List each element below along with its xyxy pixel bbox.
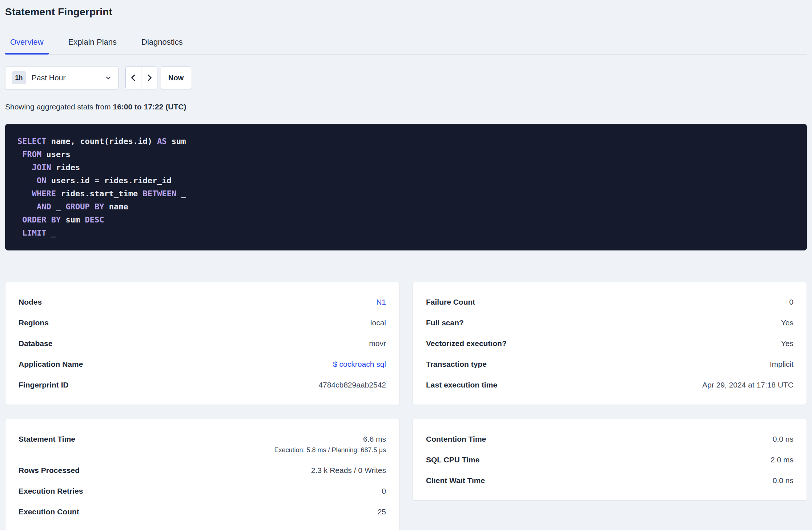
info-row: Vectorized execution?Yes [426,333,793,354]
sql-text [17,163,32,172]
row-label: Application Name [19,359,83,369]
tab-explain-plans[interactable]: Explain Plans [63,37,122,54]
row-value-link[interactable]: N1 [376,298,386,306]
sql-keyword: AS [157,137,167,146]
tab-overview[interactable]: Overview [5,37,49,54]
sql-text: sum [167,137,186,146]
row-value-group: 4784cb829aab2542 [318,380,386,390]
sql-text: rides.start_time [56,189,142,198]
row-value-group: 0.0 ns [773,475,793,485]
row-value-link[interactable]: $ cockroach sql [333,360,386,368]
row-value: 4784cb829aab2542 [318,381,386,389]
info-row: Execution Count25 [19,501,386,522]
row-value: 0 [789,298,793,306]
sql-text: users [41,150,70,159]
row-label: SQL CPU Time [426,455,479,465]
sql-keyword: SELECT [17,137,46,146]
row-value: 6.6 ms [363,435,386,443]
active-tab-underline [5,53,49,55]
sql-text [17,202,37,211]
tab-diagnostics-label: Diagnostics [141,37,183,47]
sql-line: ON users.id = rides.rider_id [17,174,795,187]
row-value-group: Implicit [770,359,793,369]
tab-overview-label: Overview [10,37,44,47]
row-value: 25 [378,507,386,516]
row-subvalue: Execution: 5.8 ms / Planning: 687.5 µs [274,446,386,454]
sql-keyword: FROM [22,150,41,159]
row-label: Rows Processed [19,465,80,475]
wait-times-card: Contention Time0.0 nsSQL CPU Time2.0 msC… [413,419,807,501]
info-row: Fingerprint ID4784cb829aab2542 [19,374,386,395]
sql-line: FROM users [17,148,795,161]
now-button[interactable]: Now [161,66,191,89]
sql-text: _ [51,202,66,211]
info-row: Execution Retries0 [19,481,386,501]
row-label: Regions [19,318,49,328]
info-row: Last execution timeApr 29, 2024 at 17:18… [426,374,793,395]
row-value-group: 0 [789,297,793,307]
sql-line: JOIN rides [17,161,795,174]
sql-text: users.id = rides.rider_id [46,176,171,185]
row-label: Execution Retries [19,486,83,496]
row-value-group: $ cockroach sql [333,359,386,369]
info-row: Application Name$ cockroach sql [19,354,386,374]
statement-times-card: Statement Time6.6 msExecution: 5.8 ms / … [5,419,399,530]
sql-statement-box: SELECT name, count(rides.id) AS sum FROM… [5,124,807,250]
info-row: Full scan?Yes [426,312,793,333]
info-row: Transaction typeImplicit [426,354,793,374]
row-value-group: local [370,318,386,328]
row-value-group: N1 [376,297,386,307]
aggregated-stats-range: 16:00 to 17:22 (UTC) [113,103,186,111]
chevron-down-icon [105,75,112,81]
aggregated-stats-prefix: Showing aggregated stats from [5,103,113,111]
summary-cards-row: NodesN1RegionslocalDatabasemovrApplicati… [5,282,807,405]
sql-text [17,215,22,224]
sql-keyword: LIMIT [22,228,46,237]
previous-range-button[interactable] [126,67,141,89]
sql-text: name, count(rides.id) [46,137,157,146]
row-value-group: 2.0 ms [771,455,793,465]
tab-bar: Overview Explain Plans Diagnostics [5,37,807,55]
sql-line: SELECT name, count(rides.id) AS sum [17,135,795,148]
row-value-group: Yes [781,318,793,328]
row-label: Transaction type [426,359,487,369]
time-range-badge: 1h [12,71,26,84]
row-value: 0.0 ns [773,435,793,443]
time-range-label: Past Hour [32,73,105,82]
row-label: Vectorized execution? [426,338,507,348]
tab-diagnostics[interactable]: Diagnostics [136,37,188,54]
tab-explain-plans-label: Explain Plans [68,37,117,47]
sql-text [17,150,22,159]
row-value: local [370,318,386,327]
row-value: 2.0 ms [771,455,793,464]
row-value-group: Apr 29, 2024 at 17:18 UTC [702,380,793,390]
row-label: Execution Count [19,507,79,517]
chevron-left-icon [129,74,137,82]
sql-text: _ [176,189,186,198]
aggregated-stats-text: Showing aggregated stats from 16:00 to 1… [5,102,807,112]
sql-keyword: AND [37,202,51,211]
execution-attributes-card: Failure Count0Full scan?YesVectorized ex… [413,282,807,405]
sql-text: name [104,202,128,211]
time-toolbar: 1h Past Hour Now [5,66,807,89]
row-value: Apr 29, 2024 at 17:18 UTC [702,381,793,389]
row-value: Yes [781,339,793,348]
row-label: Client Wait Time [426,475,485,485]
sql-line: ORDER BY sum DESC [17,213,795,226]
page-title: Statement Fingerprint [5,6,807,18]
sql-line: AND _ GROUP BY name [17,200,795,213]
time-range-picker[interactable]: 1h Past Hour [5,66,118,89]
sql-keyword: WHERE [32,189,56,198]
sql-line: WHERE rides.start_time BETWEEN _ [17,187,795,200]
row-value: Implicit [770,360,793,368]
row-label: Database [19,338,52,348]
info-row: Databasemovr [19,333,386,354]
info-row: Contention Time0.0 ns [426,429,793,449]
info-row: Rows Processed2.3 k Reads / 0 Writes [19,460,386,481]
row-value-group: 25 [378,507,386,517]
row-value-group: 0.0 ns [773,434,793,444]
sql-text [17,228,22,237]
info-row: Regionslocal [19,312,386,333]
sql-keyword: ON [37,176,47,185]
next-range-button[interactable] [141,67,157,89]
